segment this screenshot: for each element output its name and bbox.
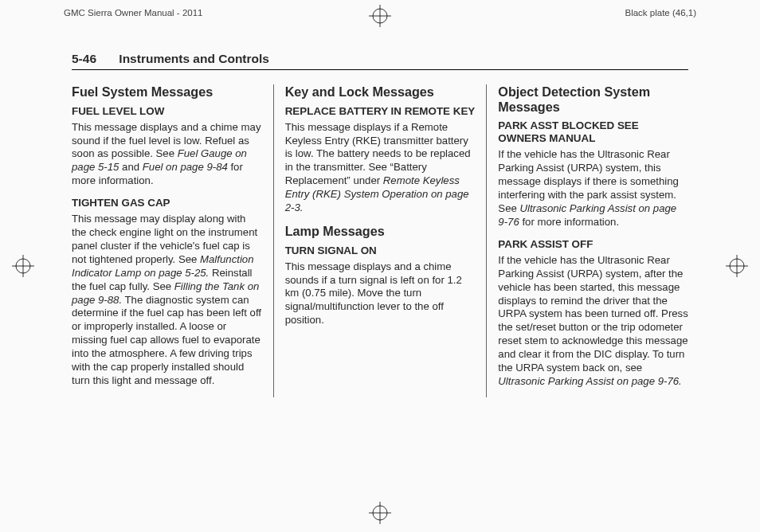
- content-columns: Fuel System Messages FUEL LEVEL LOW This…: [72, 84, 688, 397]
- chapter-title: Instruments and Controls: [119, 52, 269, 65]
- paragraph: This message may display along with the …: [72, 213, 262, 388]
- crop-right-label: Black plate (46,1): [625, 8, 697, 18]
- subsection-heading: FUEL LEVEL LOW: [72, 105, 262, 118]
- cross-ref: Fuel on page 9-84: [143, 161, 228, 173]
- register-mark-bottom-icon: [369, 502, 391, 524]
- page-body: 5-46 Instruments and Controls Fuel Syste…: [72, 52, 688, 500]
- paragraph: This message displays and a chime sounds…: [285, 260, 476, 327]
- running-head: 5-46 Instruments and Controls: [72, 52, 688, 70]
- body-text: If the vehicle has the Ultrasonic Rear P…: [498, 254, 688, 374]
- page-number: 5-46: [72, 52, 96, 65]
- paragraph: This message displays and a chime may so…: [72, 121, 262, 188]
- paragraph: If the vehicle has the Ultrasonic Rear P…: [498, 148, 688, 229]
- register-mark-left-icon: [12, 255, 34, 277]
- body-text: for more information.: [519, 216, 619, 228]
- body-text: The diagnostic system can determine if t…: [72, 294, 261, 386]
- column-1: Fuel System Messages FUEL LEVEL LOW This…: [72, 84, 273, 397]
- subsection-heading: REPLACE BATTERY IN REMOTE KEY: [285, 105, 476, 118]
- register-mark-top-icon: [369, 5, 391, 27]
- crop-left-label: GMC Sierra Owner Manual - 2011: [64, 8, 202, 18]
- subsection-heading: PARK ASSIST OFF: [498, 238, 688, 251]
- section-heading: Fuel System Messages: [72, 84, 262, 100]
- column-3: Object Detection System Messages PARK AS…: [486, 84, 688, 397]
- subsection-heading: TIGHTEN GAS CAP: [72, 197, 262, 209]
- subsection-heading: PARK ASST BLOCKED SEE OWNERS MANUAL: [498, 119, 688, 145]
- paragraph: If the vehicle has the Ultrasonic Rear P…: [498, 254, 688, 389]
- section-heading: Object Detection System Messages: [498, 84, 688, 114]
- paragraph: This message displays if a Remote Keyles…: [285, 121, 476, 215]
- body-text: and: [119, 161, 142, 173]
- crop-header: GMC Sierra Owner Manual - 2011 Black pla…: [64, 8, 696, 18]
- section-heading: Lamp Messages: [285, 224, 476, 239]
- cross-ref: Ultrasonic Parking Assist on page 9-76.: [498, 375, 681, 387]
- register-mark-right-icon: [726, 255, 748, 277]
- column-2: Key and Lock Messages REPLACE BATTERY IN…: [273, 84, 487, 397]
- subsection-heading: TURN SIGNAL ON: [285, 244, 476, 257]
- section-heading: Key and Lock Messages: [285, 84, 476, 100]
